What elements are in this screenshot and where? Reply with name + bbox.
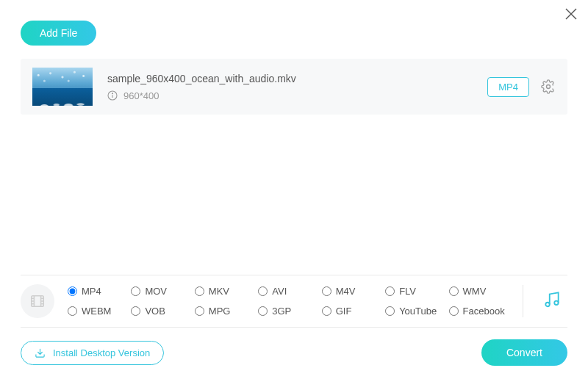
format-option-youtube[interactable]: YouTube [385, 306, 445, 317]
format-radio[interactable] [449, 286, 459, 296]
install-desktop-label: Install Desktop Version [53, 347, 150, 358]
divider [523, 285, 523, 317]
svg-point-5 [547, 85, 551, 89]
format-label: MOV [145, 286, 167, 297]
format-option-webm[interactable]: WEBM [68, 306, 128, 317]
format-section: MP4MOVMKVAVIM4VFLVWMVWEBMVOBMPG3GPGIFYou… [21, 275, 567, 328]
format-label: GIF [336, 306, 352, 317]
format-radio[interactable] [385, 286, 395, 296]
format-label: FLV [399, 286, 416, 297]
format-label: Facebook [463, 306, 505, 317]
format-radio[interactable] [68, 286, 77, 296]
format-radio[interactable] [449, 306, 459, 316]
format-option-vob[interactable]: VOB [131, 306, 191, 317]
settings-button[interactable] [541, 79, 556, 94]
video-tab[interactable] [21, 284, 54, 318]
file-list: sample_960x400_ocean_with_audio.mkv 960*… [21, 59, 567, 115]
svg-point-15 [545, 303, 549, 306]
svg-point-16 [554, 301, 558, 305]
format-option-avi[interactable]: AVI [258, 286, 318, 297]
format-option-m4v[interactable]: M4V [322, 286, 382, 297]
file-thumbnail [32, 68, 93, 106]
format-option-facebook[interactable]: Facebook [449, 306, 509, 317]
convert-button[interactable]: Convert [481, 339, 567, 366]
format-option-gif[interactable]: GIF [322, 306, 382, 317]
format-label: WEBM [82, 306, 111, 317]
add-file-button[interactable]: Add File [21, 21, 96, 46]
format-radio[interactable] [385, 306, 395, 316]
format-radio[interactable] [322, 306, 331, 316]
output-format-badge[interactable]: MP4 [487, 77, 529, 97]
format-radio[interactable] [131, 306, 140, 316]
format-option-mov[interactable]: MOV [131, 286, 191, 297]
file-resolution: 960*400 [123, 90, 159, 101]
bottom-panel: MP4MOVMKVAVIM4VFLVWMVWEBMVOBMPG3GPGIFYou… [21, 275, 567, 379]
close-icon [564, 7, 578, 21]
format-option-wmv[interactable]: WMV [449, 286, 509, 297]
download-icon [35, 347, 46, 358]
file-row[interactable]: sample_960x400_ocean_with_audio.mkv 960*… [21, 59, 567, 115]
film-icon [29, 293, 46, 309]
format-label: AVI [272, 286, 287, 297]
format-radio[interactable] [322, 286, 331, 296]
format-option-3gp[interactable]: 3GP [258, 306, 318, 317]
format-radio[interactable] [68, 306, 77, 316]
format-label: M4V [336, 286, 356, 297]
format-label: YouTube [399, 306, 437, 317]
svg-point-3 [112, 93, 113, 94]
install-desktop-button[interactable]: Install Desktop Version [21, 341, 164, 365]
footer-row: Install Desktop Version Convert [21, 328, 567, 379]
audio-tab[interactable] [537, 290, 567, 312]
format-label: 3GP [272, 306, 291, 317]
info-icon [107, 90, 118, 101]
close-button[interactable] [564, 7, 578, 24]
format-option-mkv[interactable]: MKV [195, 286, 255, 297]
format-label: MPG [209, 306, 231, 317]
file-name: sample_960x400_ocean_with_audio.mkv [107, 73, 487, 84]
format-label: MP4 [82, 286, 101, 297]
file-meta: 960*400 [107, 90, 487, 101]
format-radio[interactable] [131, 286, 140, 296]
format-option-flv[interactable]: FLV [385, 286, 445, 297]
format-radio[interactable] [258, 306, 268, 316]
format-label: WMV [463, 286, 487, 297]
format-option-mpg[interactable]: MPG [195, 306, 255, 317]
format-grid: MP4MOVMKVAVIM4VFLVWMVWEBMVOBMPG3GPGIFYou… [68, 286, 509, 317]
file-info: sample_960x400_ocean_with_audio.mkv 960*… [107, 73, 487, 101]
gear-icon [541, 79, 556, 94]
format-radio[interactable] [195, 306, 204, 316]
format-label: MKV [209, 286, 229, 297]
format-label: VOB [145, 306, 165, 317]
format-option-mp4[interactable]: MP4 [68, 286, 128, 297]
format-radio[interactable] [258, 286, 268, 296]
format-radio[interactable] [195, 286, 204, 296]
music-icon [542, 290, 562, 309]
